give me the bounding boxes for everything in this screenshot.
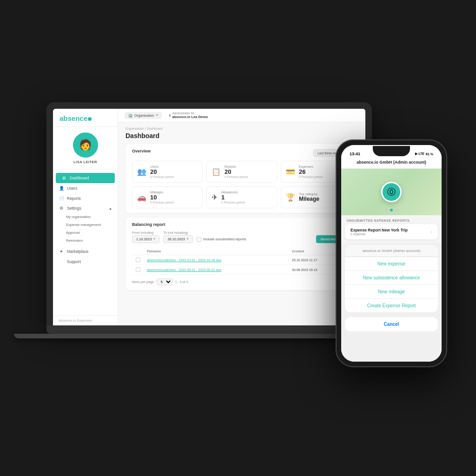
sidebar-footer: Absence.io Expenses	[53, 315, 118, 325]
include-unsubmitted-checkbox[interactable]: Include unsubmitted reports	[197, 237, 246, 242]
avatar: 🧑	[73, 132, 98, 158]
row-checkbox-2[interactable]	[136, 267, 140, 272]
dashboard-icon: ⊞	[61, 176, 67, 180]
sidebar-sub-approval[interactable]: Approval	[53, 229, 118, 237]
phone-content: UNSUBMITTED EXPENSE REPORTS Expense Repo…	[341, 215, 442, 362]
avatar-section: 🧑 LISA LEITER	[53, 127, 118, 170]
laptop-device: absence 🧑 LISA LEITER ⊞ Dashboard 👤	[46, 102, 372, 344]
mileage-stat-icon: 🚗	[137, 193, 146, 202]
sidebar-item-reports[interactable]: 📄 Reports	[53, 193, 118, 204]
sidebar-item-users[interactable]: 👤 Users	[53, 183, 118, 193]
breadcrumb: Organization / Dashboard	[126, 127, 358, 130]
admin-label: Administrator for	[172, 112, 208, 115]
admin-icon: ℹ	[169, 113, 171, 118]
building-icon: 🏢	[128, 113, 132, 118]
status-icons: ▶ LTE 61 %	[415, 152, 433, 156]
phone-map-avatar: ⓪	[381, 182, 402, 202]
report-title: Expense Report New York Trip	[350, 228, 408, 232]
overview-label: Overview	[132, 149, 151, 153]
settings-chevron: ▲	[109, 207, 112, 210]
action-new-subsistence[interactable]: New subsistence allowance	[345, 271, 438, 285]
expense-report-card[interactable]: Expense Report New York Trip 2 expense ›	[345, 224, 438, 239]
pagination-info: 1 - 3 of 3	[175, 280, 188, 284]
from-date-chevron: ▾	[153, 237, 155, 241]
logo-text: absence	[60, 114, 92, 122]
stat-allowances: ✈ Allowances 1 0 Previous period	[206, 186, 277, 208]
filename-1[interactable]: absenceioLeaDemo - 2023-10-01 - 2023-10-…	[147, 258, 292, 262]
nav-items: ⊞ Dashboard 👤 Users 📄 Reports ⚙ Settings	[53, 170, 118, 315]
sidebar: absence 🧑 LISA LEITER ⊞ Dashboard 👤	[53, 109, 118, 325]
admin-name: absence.io Lea Demo	[172, 115, 208, 119]
stat-users: 👥 Users 20 0 Previous period	[132, 161, 203, 183]
org-chevron: ▾	[156, 113, 158, 117]
status-time: 13:41	[350, 152, 360, 156]
sidebar-item-label-reports: Reports	[67, 196, 81, 201]
checkbox-box	[197, 237, 201, 242]
laptop-screen: absence 🧑 LISA LEITER ⊞ Dashboard 👤	[46, 102, 372, 325]
user-name: LISA LEITER	[73, 160, 97, 164]
report-sub: 2 expense	[350, 232, 408, 236]
marketplace-icon: ✦	[59, 249, 64, 254]
sidebar-item-dashboard[interactable]: ⊞ Dashboard	[56, 173, 115, 183]
top-bar: 🏢 Organization ▾ ℹ Administrator for abs…	[118, 109, 365, 122]
action-sheet-header: absence.io GmbH (Admin account)	[345, 245, 438, 257]
sidebar-sub-expense-mgmt[interactable]: Expense management	[53, 221, 118, 229]
balancing-section: Balancing report From including 1.10.202…	[126, 218, 358, 290]
sidebar-item-marketplace[interactable]: ✦ Marketplace	[53, 246, 118, 257]
sidebar-item-label-dashboard: Dashboard	[70, 176, 89, 180]
sidebar-item-label-support: Support	[67, 259, 81, 264]
table-header: Filename Created	[132, 248, 351, 255]
battery-icon: 61 %	[426, 152, 433, 156]
logo: absence	[53, 109, 118, 127]
map-dot-3	[395, 209, 397, 212]
phone-header: absence.io GmbH (Admin account)	[341, 158, 442, 169]
content-area: Organization / Dashboard Dashboard Overv…	[118, 122, 365, 325]
action-create-report[interactable]: Create Expense Report	[345, 299, 438, 312]
signal-icon: ▶ LTE	[415, 152, 424, 156]
action-sheet: absence.io GmbH (Admin account) New expe…	[345, 245, 438, 312]
map-dot-2	[390, 209, 393, 212]
phone-app-name: absence.io GmbH (Admin account)	[348, 160, 435, 165]
sidebar-sub-my-org[interactable]: My organization	[53, 213, 118, 221]
action-new-mileage[interactable]: New mileage	[345, 285, 438, 299]
to-date-chevron: ▾	[187, 237, 189, 241]
phone-screen: 13:41 ▶ LTE 61 % absence.io GmbH (Admin …	[341, 145, 442, 362]
map-dot-1	[385, 209, 388, 212]
balancing-title: Balancing report	[132, 222, 351, 227]
stats-row-1: 👥 Users 20 0 Previous period 📋	[132, 161, 351, 183]
pagination-row: Items per page 5 1 - 3 of 3	[132, 278, 351, 285]
top-cat-icon: 🏆	[286, 193, 295, 202]
table-row: absenceioLeaDemo - 2023-08-01 - 2023-08-…	[132, 265, 351, 275]
logo-dot	[88, 117, 92, 121]
settings-icon: ⚙	[59, 206, 64, 211]
users-stat-icon: 👥	[137, 167, 146, 176]
filter-row: From including 1.10.2023 ▾ To (not inclu…	[132, 231, 351, 243]
to-date-input[interactable]: 26.10.2023 ▾	[163, 235, 193, 243]
per-page-select[interactable]: 5	[157, 278, 172, 285]
action-sheet-container: absence.io GmbH (Admin account) New expe…	[341, 243, 442, 362]
admin-info: ℹ Administrator for absence.io Lea Demo	[169, 112, 208, 119]
sidebar-item-settings[interactable]: ⚙ Settings ▲	[53, 204, 118, 213]
laptop-screen-inner: absence 🧑 LISA LEITER ⊞ Dashboard 👤	[53, 109, 365, 325]
row-checkbox-1[interactable]	[136, 258, 140, 262]
filename-2[interactable]: absenceioLeaDemo - 2023-08-01 - 2023-08-…	[147, 268, 292, 271]
sidebar-item-support[interactable]: Support	[53, 257, 118, 267]
stat-mileages: 🚗 Mileages 10 0 Previous period	[132, 186, 203, 208]
reports-stat-icon: 📋	[212, 167, 221, 176]
unsubmitted-header: UNSUBMITTED EXPENSE REPORTS	[341, 215, 442, 224]
main-content: 🏢 Organization ▾ ℹ Administrator for abs…	[118, 109, 365, 325]
phone-map: ⓪	[341, 169, 442, 215]
table-row: absenceioLeaDemo - 2023-10-01 - 2023-10-…	[132, 255, 351, 265]
org-selector[interactable]: 🏢 Organization ▾	[125, 112, 162, 119]
cancel-button[interactable]: Cancel	[345, 317, 438, 331]
sidebar-item-label-settings: Settings	[67, 206, 81, 211]
allowances-stat-icon: ✈	[212, 193, 218, 202]
phone-frame: 13:41 ▶ LTE 61 % absence.io GmbH (Admin …	[336, 139, 447, 367]
action-new-expense[interactable]: New expense	[345, 257, 438, 271]
sidebar-item-label-users: Users	[67, 186, 77, 191]
expenses-stat-icon: 💳	[286, 167, 295, 176]
stat-reports: 📋 Reports 20 0 Previous period	[206, 161, 277, 183]
from-date-input[interactable]: 1.10.2023 ▾	[132, 235, 159, 243]
phone-notch	[373, 146, 410, 156]
sidebar-sub-reminders[interactable]: Reminders	[53, 237, 118, 245]
